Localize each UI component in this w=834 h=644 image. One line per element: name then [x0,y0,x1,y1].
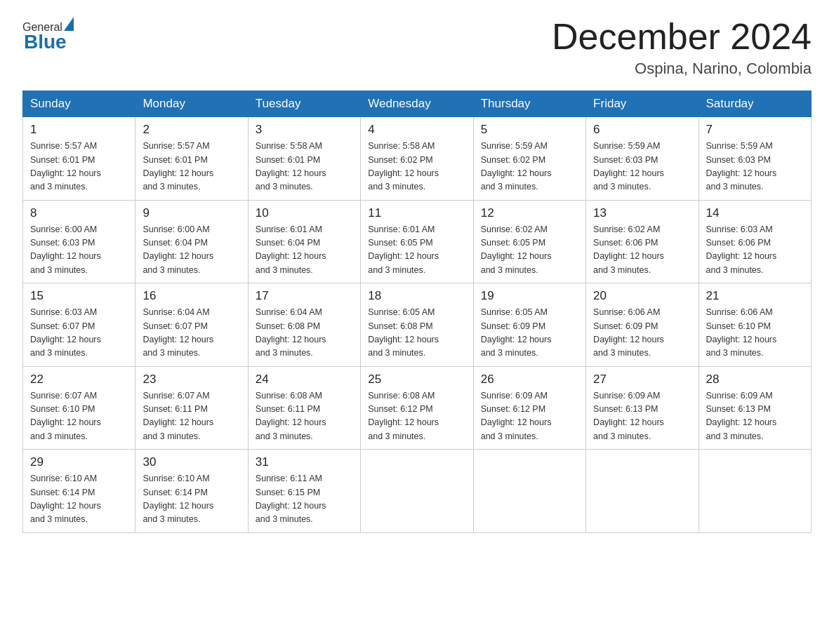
day-info: Sunrise: 6:03 AMSunset: 6:06 PMDaylight:… [706,224,777,275]
day-info: Sunrise: 5:59 AMSunset: 6:02 PMDaylight:… [481,141,552,192]
calendar-cell: 22Sunrise: 6:07 AMSunset: 6:10 PMDayligh… [23,366,135,450]
day-number: 4 [368,123,465,137]
day-info: Sunrise: 6:04 AMSunset: 6:07 PMDaylight:… [143,307,213,358]
calendar-cell [361,450,473,533]
calendar-cell: 19Sunrise: 6:05 AMSunset: 6:09 PMDayligh… [473,283,585,367]
day-info: Sunrise: 6:02 AMSunset: 6:05 PMDaylight:… [481,224,552,275]
calendar-cell: 24Sunrise: 6:08 AMSunset: 6:11 PMDayligh… [248,366,360,450]
col-header-thursday: Thursday [473,91,585,117]
day-info: Sunrise: 6:01 AMSunset: 6:05 PMDaylight:… [368,224,439,275]
day-info: Sunrise: 6:09 AMSunset: 6:12 PMDaylight:… [481,391,552,441]
day-info: Sunrise: 6:00 AMSunset: 6:04 PMDaylight:… [143,224,213,275]
calendar-cell [473,450,585,533]
day-info: Sunrise: 6:02 AMSunset: 6:06 PMDaylight:… [593,224,664,275]
day-number: 24 [256,373,353,387]
day-number: 9 [143,206,240,220]
day-number: 25 [368,373,465,387]
calendar-cell: 15Sunrise: 6:03 AMSunset: 6:07 PMDayligh… [23,283,135,367]
day-number: 26 [481,373,578,387]
day-info: Sunrise: 6:06 AMSunset: 6:10 PMDaylight:… [706,307,777,358]
day-info: Sunrise: 5:58 AMSunset: 6:01 PMDaylight:… [256,141,326,192]
day-info: Sunrise: 6:04 AMSunset: 6:08 PMDaylight:… [256,307,326,358]
calendar-cell: 4Sunrise: 5:58 AMSunset: 6:02 PMDaylight… [361,117,473,201]
calendar-cell: 3Sunrise: 5:58 AMSunset: 6:01 PMDaylight… [248,117,360,201]
day-info: Sunrise: 5:59 AMSunset: 6:03 PMDaylight:… [593,141,664,192]
day-number: 7 [706,123,804,137]
col-header-friday: Friday [586,91,699,117]
calendar-cell: 9Sunrise: 6:00 AMSunset: 6:04 PMDaylight… [135,200,248,283]
calendar-cell: 10Sunrise: 6:01 AMSunset: 6:04 PMDayligh… [248,200,360,283]
month-title: December 2024 [552,17,812,57]
calendar-cell: 26Sunrise: 6:09 AMSunset: 6:12 PMDayligh… [473,366,585,450]
calendar-week-row: 22Sunrise: 6:07 AMSunset: 6:10 PMDayligh… [23,366,812,450]
calendar-cell: 2Sunrise: 5:57 AMSunset: 6:01 PMDaylight… [135,117,248,201]
day-info: Sunrise: 6:11 AMSunset: 6:15 PMDaylight:… [256,474,326,524]
day-info: Sunrise: 5:57 AMSunset: 6:01 PMDaylight:… [30,141,101,192]
calendar-header-row: SundayMondayTuesdayWednesdayThursdayFrid… [23,91,812,117]
day-info: Sunrise: 6:10 AMSunset: 6:14 PMDaylight:… [143,474,213,524]
day-info: Sunrise: 6:10 AMSunset: 6:14 PMDaylight:… [30,474,101,524]
calendar-cell: 1Sunrise: 5:57 AMSunset: 6:01 PMDaylight… [23,117,135,201]
calendar-week-row: 8Sunrise: 6:00 AMSunset: 6:03 PMDaylight… [23,200,812,283]
day-info: Sunrise: 6:01 AMSunset: 6:04 PMDaylight:… [256,224,326,275]
calendar-week-row: 15Sunrise: 6:03 AMSunset: 6:07 PMDayligh… [23,283,812,367]
calendar-cell: 27Sunrise: 6:09 AMSunset: 6:13 PMDayligh… [586,366,699,450]
calendar-cell: 13Sunrise: 6:02 AMSunset: 6:06 PMDayligh… [586,200,699,283]
col-header-monday: Monday [135,91,248,117]
day-info: Sunrise: 6:07 AMSunset: 6:11 PMDaylight:… [143,391,213,441]
col-header-tuesday: Tuesday [248,91,360,117]
calendar-cell: 16Sunrise: 6:04 AMSunset: 6:07 PMDayligh… [135,283,248,367]
calendar-cell: 8Sunrise: 6:00 AMSunset: 6:03 PMDaylight… [23,200,135,283]
calendar-cell: 31Sunrise: 6:11 AMSunset: 6:15 PMDayligh… [248,450,360,533]
col-header-saturday: Saturday [699,91,811,117]
day-number: 18 [368,289,465,303]
calendar-week-row: 1Sunrise: 5:57 AMSunset: 6:01 PMDaylight… [23,117,812,201]
calendar-cell: 21Sunrise: 6:06 AMSunset: 6:10 PMDayligh… [699,283,811,367]
day-number: 28 [706,373,804,387]
logo-triangle-icon [64,17,74,31]
day-info: Sunrise: 5:59 AMSunset: 6:03 PMDaylight:… [706,141,777,192]
day-info: Sunrise: 6:03 AMSunset: 6:07 PMDaylight:… [30,307,101,358]
calendar-cell: 5Sunrise: 5:59 AMSunset: 6:02 PMDaylight… [473,117,585,201]
calendar-cell: 6Sunrise: 5:59 AMSunset: 6:03 PMDaylight… [586,117,699,201]
day-number: 29 [30,455,128,469]
day-info: Sunrise: 6:00 AMSunset: 6:03 PMDaylight:… [30,224,101,275]
day-info: Sunrise: 6:07 AMSunset: 6:10 PMDaylight:… [30,391,101,441]
day-number: 11 [368,206,465,220]
col-header-sunday: Sunday [23,91,135,117]
day-number: 8 [30,206,128,220]
day-number: 5 [481,123,578,137]
day-info: Sunrise: 6:06 AMSunset: 6:09 PMDaylight:… [593,307,664,358]
day-number: 6 [593,123,691,137]
calendar-table: SundayMondayTuesdayWednesdayThursdayFrid… [22,90,812,533]
day-number: 1 [30,123,128,137]
day-number: 31 [256,455,353,469]
title-section: December 2024 Ospina, Narino, Colombia [552,17,812,78]
calendar-cell: 11Sunrise: 6:01 AMSunset: 6:05 PMDayligh… [361,200,473,283]
calendar-cell: 14Sunrise: 6:03 AMSunset: 6:06 PMDayligh… [699,200,811,283]
calendar-cell: 29Sunrise: 6:10 AMSunset: 6:14 PMDayligh… [23,450,135,533]
day-info: Sunrise: 6:08 AMSunset: 6:12 PMDaylight:… [368,391,439,441]
calendar-cell [699,450,811,533]
calendar-cell: 7Sunrise: 5:59 AMSunset: 6:03 PMDaylight… [699,117,811,201]
day-info: Sunrise: 5:57 AMSunset: 6:01 PMDaylight:… [143,141,213,192]
calendar-cell: 25Sunrise: 6:08 AMSunset: 6:12 PMDayligh… [361,366,473,450]
day-number: 3 [256,123,353,137]
day-number: 27 [593,373,691,387]
logo-blue-text: Blue [22,31,67,53]
day-number: 22 [30,373,128,387]
calendar-cell: 30Sunrise: 6:10 AMSunset: 6:14 PMDayligh… [135,450,248,533]
day-info: Sunrise: 6:08 AMSunset: 6:11 PMDaylight:… [256,391,326,441]
day-number: 10 [256,206,353,220]
day-number: 30 [143,455,240,469]
calendar-cell: 12Sunrise: 6:02 AMSunset: 6:05 PMDayligh… [473,200,585,283]
day-number: 17 [256,289,353,303]
day-number: 12 [481,206,578,220]
day-number: 16 [143,289,240,303]
calendar-week-row: 29Sunrise: 6:10 AMSunset: 6:14 PMDayligh… [23,450,812,533]
day-number: 14 [706,206,804,220]
day-info: Sunrise: 6:05 AMSunset: 6:09 PMDaylight:… [481,307,552,358]
calendar-cell [586,450,699,533]
day-number: 23 [143,373,240,387]
day-number: 19 [481,289,578,303]
